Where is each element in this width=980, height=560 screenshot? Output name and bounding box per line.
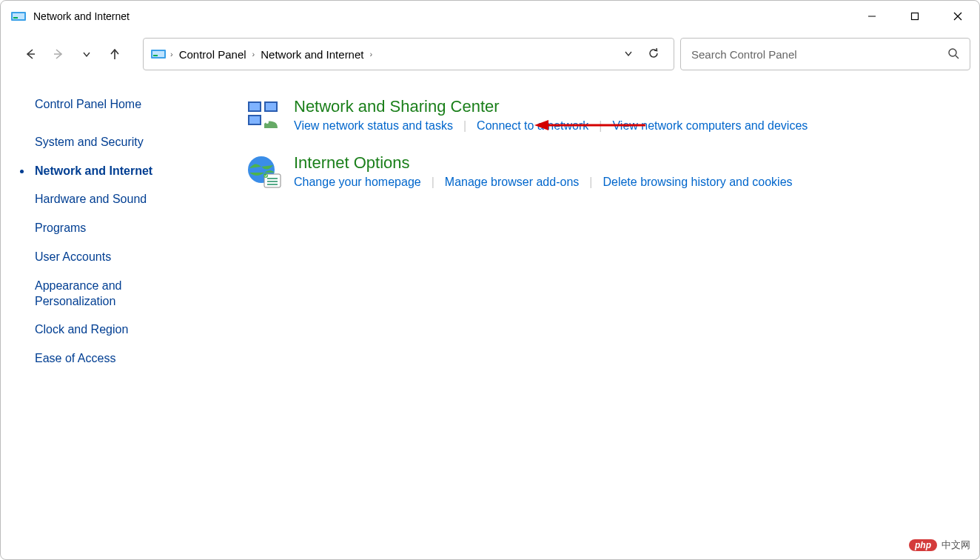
sidebar-item-clock-region[interactable]: Clock and Region bbox=[35, 322, 223, 338]
separator: | bbox=[421, 176, 445, 189]
svg-rect-4 bbox=[912, 13, 919, 20]
chevron-right-icon[interactable]: › bbox=[169, 50, 175, 59]
watermark: php 中文网 bbox=[909, 539, 970, 552]
svg-rect-18 bbox=[249, 103, 260, 110]
svg-point-13 bbox=[949, 49, 956, 56]
forward-button[interactable] bbox=[48, 44, 69, 64]
link-change-homepage[interactable]: Change your homepage bbox=[294, 176, 421, 189]
svg-point-21 bbox=[266, 121, 269, 124]
sidebar-item-user-accounts[interactable]: User Accounts bbox=[35, 250, 223, 265]
search-placeholder: Search Control Panel bbox=[691, 48, 797, 61]
main-content: Network and Sharing Center View network … bbox=[223, 97, 979, 380]
network-sharing-icon bbox=[245, 97, 283, 136]
breadcrumb-item[interactable]: Network and Internet bbox=[256, 48, 368, 61]
back-button[interactable] bbox=[20, 44, 41, 64]
toolbar: › Control Panel › Network and Internet ›… bbox=[1, 32, 979, 76]
svg-rect-20 bbox=[249, 116, 260, 124]
maximize-button[interactable] bbox=[893, 1, 936, 32]
sidebar-item-programs[interactable]: Programs bbox=[35, 221, 223, 236]
link-view-network-status[interactable]: View network status and tasks bbox=[294, 119, 453, 133]
window-controls bbox=[850, 1, 979, 32]
sidebar-item-ease-access[interactable]: Ease of Access bbox=[35, 351, 223, 367]
content-body: Control Panel Home System and Security N… bbox=[1, 76, 979, 380]
link-manage-addons[interactable]: Manage browser add-ons bbox=[445, 176, 579, 189]
up-button[interactable] bbox=[104, 44, 125, 64]
svg-marker-29 bbox=[534, 120, 548, 130]
address-bar[interactable]: › Control Panel › Network and Internet › bbox=[143, 38, 674, 70]
svg-line-14 bbox=[956, 56, 959, 59]
recent-locations-dropdown[interactable] bbox=[76, 44, 97, 64]
close-button[interactable] bbox=[936, 1, 979, 32]
watermark-badge: php bbox=[909, 539, 937, 551]
sidebar-item-appearance[interactable]: Appearance and Personalization bbox=[35, 279, 168, 310]
link-delete-history[interactable]: Delete browsing history and cookies bbox=[603, 176, 792, 189]
sidebar: Control Panel Home System and Security N… bbox=[1, 97, 223, 380]
refresh-button[interactable] bbox=[647, 47, 660, 62]
nav-buttons bbox=[10, 44, 130, 64]
chevron-right-icon[interactable]: › bbox=[251, 50, 257, 59]
separator: | bbox=[453, 119, 477, 133]
minimize-button[interactable] bbox=[850, 1, 893, 32]
search-box[interactable]: Search Control Panel bbox=[680, 38, 970, 70]
sidebar-item-system-security[interactable]: System and Security bbox=[35, 135, 223, 150]
titlebar: Network and Internet bbox=[1, 1, 979, 32]
category-internet-options: Internet Options Change your homepage | … bbox=[245, 153, 979, 192]
separator: | bbox=[579, 176, 603, 189]
address-icon bbox=[151, 48, 166, 60]
breadcrumb-item[interactable]: Control Panel bbox=[175, 48, 251, 61]
control-panel-home-link[interactable]: Control Panel Home bbox=[35, 97, 223, 113]
chevron-right-icon[interactable]: › bbox=[368, 50, 374, 59]
svg-rect-12 bbox=[153, 55, 158, 56]
sidebar-item-network-internet[interactable]: Network and Internet bbox=[35, 164, 223, 179]
category-title-network-sharing[interactable]: Network and Sharing Center bbox=[294, 97, 808, 116]
control-panel-icon bbox=[11, 10, 26, 22]
sidebar-item-hardware-sound[interactable]: Hardware and Sound bbox=[35, 192, 223, 207]
annotation-arrow-icon bbox=[531, 118, 649, 135]
watermark-text: 中文网 bbox=[942, 539, 970, 552]
svg-rect-2 bbox=[13, 17, 18, 19]
search-icon[interactable] bbox=[947, 47, 959, 61]
svg-rect-19 bbox=[266, 103, 276, 110]
address-dropdown-button[interactable] bbox=[623, 48, 634, 61]
category-title-internet-options[interactable]: Internet Options bbox=[294, 153, 793, 173]
internet-options-icon bbox=[245, 153, 283, 192]
window-title: Network and Internet bbox=[33, 10, 130, 22]
